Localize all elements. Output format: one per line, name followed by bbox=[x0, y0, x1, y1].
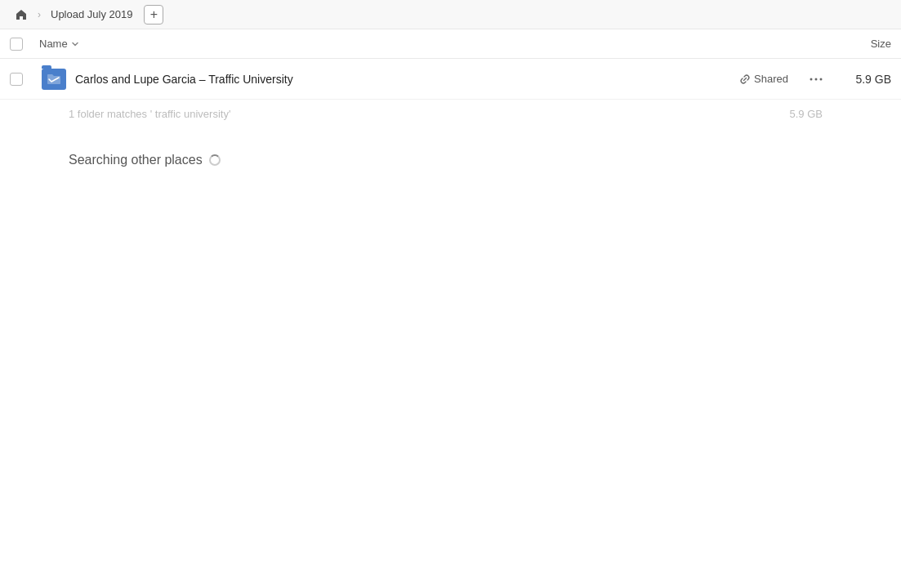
more-dots-icon bbox=[810, 78, 823, 81]
breadcrumb-current[interactable]: Upload July 2019 bbox=[46, 7, 137, 22]
breadcrumb-separator: › bbox=[38, 9, 41, 20]
name-column-header[interactable]: Name bbox=[39, 38, 826, 50]
shared-badge: Shared bbox=[739, 73, 788, 85]
home-button[interactable] bbox=[10, 3, 33, 26]
link-icon bbox=[739, 74, 751, 85]
loading-spinner bbox=[209, 154, 221, 166]
search-info-text: 1 folder matches ' traffic university' bbox=[69, 108, 230, 120]
svg-point-2 bbox=[820, 78, 823, 80]
add-tab-button[interactable]: + bbox=[144, 5, 163, 24]
shared-label: Shared bbox=[754, 73, 788, 85]
file-row[interactable]: Carlos and Lupe Garcia – Traffic Univers… bbox=[0, 59, 901, 100]
name-header-label: Name bbox=[39, 38, 68, 50]
folder-icon bbox=[42, 69, 66, 90]
sort-chevron-icon bbox=[71, 40, 79, 48]
select-all-checkbox[interactable] bbox=[10, 38, 23, 51]
more-options-button[interactable] bbox=[805, 68, 827, 91]
row-checkbox[interactable] bbox=[10, 73, 23, 86]
select-all-checkbox-wrap[interactable] bbox=[10, 38, 39, 51]
column-headers: Name Size bbox=[0, 29, 901, 59]
svg-point-0 bbox=[810, 78, 813, 80]
searching-label: Searching other places bbox=[69, 153, 203, 167]
file-name: Carlos and Lupe Garcia – Traffic Univers… bbox=[75, 73, 739, 86]
breadcrumb-bar: › Upload July 2019 + bbox=[0, 0, 901, 29]
search-info-row: 1 folder matches ' traffic university' 5… bbox=[0, 100, 901, 128]
search-info-size: 5.9 GB bbox=[790, 108, 832, 120]
row-checkbox-wrap[interactable] bbox=[10, 73, 39, 86]
size-column-header: Size bbox=[826, 38, 891, 50]
file-size: 5.9 GB bbox=[834, 73, 891, 86]
folder-svg bbox=[47, 73, 61, 86]
home-icon bbox=[15, 8, 28, 21]
svg-point-1 bbox=[815, 78, 818, 80]
file-icon-wrap bbox=[39, 69, 69, 90]
shared-area: Shared bbox=[739, 73, 788, 85]
searching-section: Searching other places bbox=[0, 128, 901, 192]
